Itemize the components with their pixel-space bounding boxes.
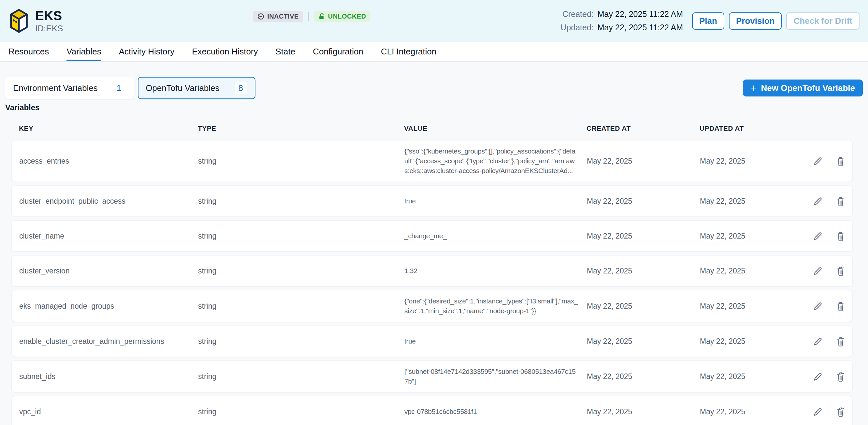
tab-execution-history[interactable]: Execution History: [192, 42, 258, 61]
delete-variable-button[interactable]: [835, 371, 846, 382]
edit-variable-button[interactable]: [813, 406, 823, 417]
table-row: enable_cluster_creator_admin_permissions…: [11, 326, 853, 357]
cell-updated-at: May 22, 2025: [700, 232, 790, 241]
cell-updated-at: May 22, 2025: [700, 267, 790, 275]
badge-divider: [308, 12, 309, 21]
cell-created-at: May 22, 2025: [587, 372, 700, 381]
cell-updated-at: May 22, 2025: [700, 337, 790, 346]
cell-value: {"one":{"desired_size":1,"instance_types…: [404, 296, 587, 316]
delete-variable-button[interactable]: [835, 196, 846, 206]
column-header-updated-at: UPDATED AT: [700, 124, 791, 132]
environment-variables-count-badge: 1: [113, 82, 125, 94]
opentofu-cube-logo-icon: [8, 8, 29, 34]
table-row: subnet_ids string ["subnet-08f14e7142d33…: [11, 361, 853, 392]
cell-created-at: May 22, 2025: [587, 407, 700, 416]
cell-created-at: May 22, 2025: [587, 232, 700, 241]
trash-icon: [835, 266, 846, 276]
tab-activity-history[interactable]: Activity History: [119, 42, 174, 61]
variables-subtab-row: Environment Variables 1 OpenTofu Variabl…: [5, 77, 863, 99]
cell-value: ["subnet-08f14e7142d333595","subnet-0680…: [404, 367, 587, 386]
pencil-icon: [813, 231, 823, 241]
pencil-icon: [813, 266, 823, 276]
cell-value: vpc-078b51c6cbc5581f1: [404, 407, 587, 417]
tab-cli-integration[interactable]: CLI Integration: [381, 42, 437, 61]
cell-value: true: [404, 196, 587, 206]
cell-key: cluster_name: [19, 232, 198, 241]
edit-variable-button[interactable]: [813, 336, 823, 346]
edit-variable-button[interactable]: [813, 301, 823, 311]
status-badges: INACTIVE UNLOCKED: [253, 11, 370, 22]
pencil-icon: [813, 371, 823, 382]
new-opentofu-variable-label: New OpenTofu Variable: [761, 83, 855, 93]
lock-status-badge: UNLOCKED: [314, 11, 370, 22]
delete-variable-button[interactable]: [835, 406, 846, 417]
row-actions: [790, 406, 846, 417]
edit-variable-button[interactable]: [813, 196, 823, 206]
cell-created-at: May 22, 2025: [587, 337, 700, 346]
new-opentofu-variable-button[interactable]: + New OpenTofu Variable: [743, 80, 863, 96]
cell-key: subnet_ids: [19, 372, 198, 381]
plan-button[interactable]: Plan: [692, 12, 724, 30]
subtab-opentofu-variables[interactable]: OpenTofu Variables 8: [138, 77, 255, 99]
column-header-key: KEY: [19, 124, 198, 132]
cell-updated-at: May 22, 2025: [700, 157, 790, 165]
subtab-label: Environment Variables: [13, 83, 98, 93]
section-title: Variables: [5, 103, 863, 112]
delete-variable-button[interactable]: [835, 231, 846, 241]
row-actions: [790, 301, 846, 311]
trash-icon: [835, 336, 846, 346]
check-for-drift-button[interactable]: Check for Drift: [786, 12, 860, 30]
lock-badge-label: UNLOCKED: [328, 13, 366, 20]
row-actions: [790, 266, 846, 276]
row-actions: [790, 336, 846, 346]
project-title-block: EKS ID:EKS: [35, 8, 63, 33]
trash-icon: [835, 301, 846, 311]
cell-key: cluster_endpoint_public_access: [19, 197, 198, 206]
tab-variables[interactable]: Variables: [66, 42, 101, 61]
timestamps: Created: May 22, 2025 11:22 AM Updated: …: [560, 9, 683, 32]
pencil-icon: [813, 196, 823, 206]
variables-table-body: access_entries string {"sso":{"kubernete…: [11, 140, 853, 425]
created-label: Created:: [560, 9, 593, 19]
delete-variable-button[interactable]: [835, 266, 846, 276]
page-title: EKS: [35, 8, 63, 23]
project-id: ID:EKS: [35, 24, 63, 33]
provision-button[interactable]: Provision: [729, 12, 782, 30]
subtab-label: OpenTofu Variables: [146, 83, 219, 93]
plus-icon: +: [751, 83, 757, 93]
cell-created-at: May 22, 2025: [587, 197, 700, 206]
edit-variable-button[interactable]: [813, 156, 823, 166]
tab-state[interactable]: State: [276, 42, 296, 61]
tab-configuration[interactable]: Configuration: [313, 42, 363, 61]
cell-type: string: [198, 372, 404, 381]
cell-created-at: May 22, 2025: [587, 267, 700, 275]
edit-variable-button[interactable]: [813, 231, 823, 241]
trash-icon: [835, 196, 846, 206]
edit-variable-button[interactable]: [813, 371, 823, 382]
delete-variable-button[interactable]: [835, 301, 846, 311]
delete-variable-button[interactable]: [835, 156, 846, 166]
subtab-environment-variables[interactable]: Environment Variables 1: [5, 77, 133, 99]
cell-value: _change_me_: [404, 231, 587, 241]
table-row: cluster_name string _change_me_ May 22, …: [11, 220, 853, 252]
column-header-created-at: CREATED AT: [587, 124, 700, 132]
pencil-icon: [813, 301, 823, 311]
cell-value: 1.32: [404, 266, 587, 276]
trash-icon: [835, 406, 846, 417]
cell-type: string: [198, 197, 404, 206]
cell-type: string: [198, 267, 404, 275]
table-row: eks_managed_node_groups string {"one":{"…: [11, 290, 853, 322]
row-actions: [790, 371, 846, 382]
pencil-icon: [813, 336, 823, 346]
table-row: vpc_id string vpc-078b51c6cbc5581f1 May …: [11, 396, 853, 425]
updated-value: May 22, 2025 11:22 AM: [597, 23, 683, 32]
edit-variable-button[interactable]: [813, 266, 823, 276]
delete-variable-button[interactable]: [835, 336, 846, 346]
trash-icon: [835, 371, 846, 382]
cell-updated-at: May 22, 2025: [700, 407, 790, 416]
pencil-icon: [813, 156, 823, 166]
cell-type: string: [198, 302, 404, 311]
cell-key: access_entries: [19, 157, 198, 165]
tab-resources[interactable]: Resources: [8, 42, 49, 61]
pencil-icon: [813, 406, 823, 417]
